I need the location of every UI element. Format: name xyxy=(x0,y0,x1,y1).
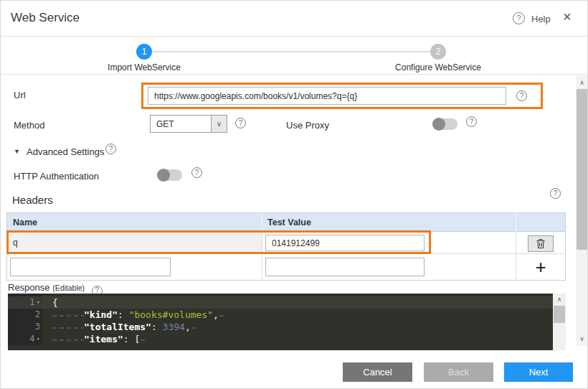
add-row-button[interactable]: + xyxy=(531,254,551,281)
response-code-editor[interactable]: 1▾ { 2 "kind": "books#volumes", 3 "total… xyxy=(8,294,553,350)
column-header-name: Name xyxy=(13,217,37,228)
scroll-up-icon[interactable]: ∧ xyxy=(576,79,588,86)
step-1-label: Import WebService xyxy=(72,62,216,72)
code-line: 3 "totalItems": 3394, xyxy=(8,321,553,333)
fold-caret-icon[interactable]: ▾ xyxy=(37,333,40,345)
headers-question-icon[interactable]: ? xyxy=(550,188,561,199)
method-question-icon[interactable]: ? xyxy=(235,118,246,128)
trash-icon xyxy=(536,238,546,249)
stepper: 1 2 Import WebService Configure WebServi… xyxy=(1,37,588,75)
scroll-down-icon[interactable]: ∨ xyxy=(576,335,588,342)
table-new-row: + xyxy=(7,254,565,281)
column-header-test-value: Test Value xyxy=(267,217,311,228)
line-number: 2 xyxy=(35,309,40,321)
table-row: q xyxy=(7,232,565,254)
back-button[interactable]: Back xyxy=(424,362,493,382)
cancel-button[interactable]: Cancel xyxy=(343,362,412,382)
advanced-settings-question-icon[interactable]: ? xyxy=(105,144,116,154)
delete-row-button[interactable] xyxy=(528,235,554,252)
editor-scrollbar-thumb[interactable] xyxy=(554,306,565,323)
help-link[interactable]: Help xyxy=(531,14,551,24)
code-line: 2 "kind": "books#volumes", xyxy=(8,309,553,321)
new-header-name-input[interactable] xyxy=(10,258,171,276)
code-line: 4▾ "items": [ xyxy=(8,333,553,345)
scroll-up-icon[interactable]: ∧ xyxy=(553,296,566,303)
toggle-knob xyxy=(432,118,445,131)
code-token: "totalItems" xyxy=(84,322,151,332)
table-header-row: Name Test Value xyxy=(7,213,565,232)
code-token: [ xyxy=(134,334,140,345)
headers-title: Headers xyxy=(12,194,53,206)
main-scrollbar-thumb[interactable] xyxy=(577,89,587,250)
dialog-title: Web Service xyxy=(11,11,80,25)
step-2-circle[interactable]: 2 xyxy=(430,44,446,60)
code-token: 3394 xyxy=(163,322,185,332)
chevron-down-icon[interactable]: ∨ xyxy=(211,116,227,132)
toggle-knob xyxy=(157,169,170,182)
next-button[interactable]: Next xyxy=(504,362,573,382)
main-scrollbar[interactable]: ∧ ∨ xyxy=(576,75,588,346)
line-number: 1 xyxy=(29,296,34,309)
step-1-circle[interactable]: 1 xyxy=(136,44,152,60)
fold-caret-icon[interactable]: ▾ xyxy=(37,296,40,309)
use-proxy-label: Use Proxy xyxy=(286,120,329,131)
response-editable-text: (Editable) xyxy=(52,283,85,292)
http-authentication-label: HTTP Authentication xyxy=(14,171,99,182)
step-2-label: Configure WebService xyxy=(366,62,510,72)
help-icon[interactable]: ? xyxy=(513,12,525,24)
close-icon[interactable]: × xyxy=(563,9,572,25)
url-question-icon[interactable]: ? xyxy=(516,90,527,101)
method-select[interactable]: GET ∨ xyxy=(150,115,227,133)
dialog-header: Web Service ? Help × xyxy=(1,1,588,37)
stepper-connector xyxy=(144,51,438,52)
url-input[interactable] xyxy=(148,87,506,105)
line-number: 3 xyxy=(35,321,40,333)
plus-icon: + xyxy=(535,256,546,278)
use-proxy-question-icon[interactable]: ? xyxy=(466,116,477,127)
code-token: "items" xyxy=(84,334,123,345)
headers-table: Name Test Value q + xyxy=(6,212,566,281)
code-line: 1▾ { xyxy=(8,296,553,309)
advanced-settings-label[interactable]: Advanced Settings xyxy=(27,146,104,157)
url-label: Url xyxy=(14,90,26,100)
http-authentication-question-icon[interactable]: ? xyxy=(191,167,202,178)
use-proxy-toggle[interactable] xyxy=(432,118,457,130)
method-label: Method xyxy=(14,120,44,131)
code-token: { xyxy=(52,297,58,308)
editor-scrollbar[interactable]: ∧ xyxy=(553,294,566,350)
http-authentication-toggle[interactable] xyxy=(157,169,182,181)
header-name-cell[interactable]: q xyxy=(7,232,262,253)
line-number: 4 xyxy=(29,333,34,345)
header-test-value-input[interactable] xyxy=(265,235,425,251)
code-token: "books#volumes" xyxy=(129,309,213,320)
caret-down-icon[interactable]: ▼ xyxy=(14,148,20,155)
method-selected-value: GET xyxy=(151,119,211,129)
code-token: "kind" xyxy=(84,309,118,320)
new-header-test-value-input[interactable] xyxy=(265,258,425,276)
response-label-text: Response xyxy=(8,282,50,293)
